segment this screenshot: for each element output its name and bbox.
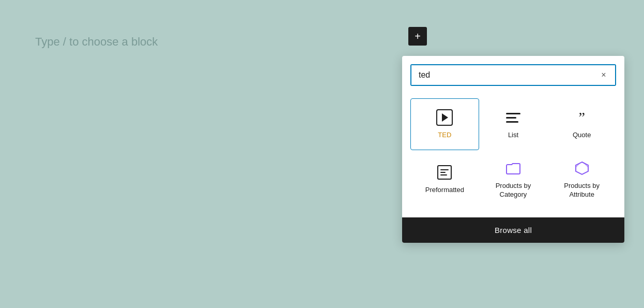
preformatted-icon (436, 164, 453, 181)
svg-rect-2 (506, 121, 518, 123)
search-area: × (402, 56, 624, 94)
search-input[interactable] (411, 65, 615, 85)
add-block-button[interactable]: + (408, 27, 427, 46)
clear-search-button[interactable]: × (597, 69, 610, 81)
block-item-list[interactable]: List (479, 98, 548, 150)
block-item-preformatted-label: Preformatted (425, 186, 464, 195)
block-item-list-label: List (508, 131, 518, 140)
block-item-products-by-attribute-label: Products by Attribute (552, 182, 611, 199)
block-item-quote[interactable]: ” Quote (547, 98, 616, 150)
block-picker-popup: × TED List (402, 56, 624, 243)
block-item-products-by-category-label: Products by Category (484, 182, 543, 199)
svg-rect-1 (506, 117, 516, 119)
block-item-preformatted[interactable]: Preformatted (410, 150, 479, 209)
svg-rect-0 (506, 113, 520, 114)
page-hint: Type / to choose a block (35, 35, 158, 49)
folder-icon (505, 160, 522, 177)
block-item-products-by-category[interactable]: Products by Category (479, 150, 548, 209)
list-icon (505, 109, 522, 126)
browse-all-button[interactable]: Browse all (402, 217, 624, 243)
quote-icon: ” (574, 109, 590, 126)
block-item-ted[interactable]: TED (410, 98, 479, 150)
block-item-quote-label: Quote (573, 131, 591, 140)
search-input-wrapper: × (410, 64, 616, 86)
block-item-ted-label: TED (438, 131, 451, 140)
ted-icon (436, 109, 453, 126)
tag-icon (574, 160, 590, 177)
items-grid: TED List ” Quote (402, 94, 624, 217)
block-item-products-by-attribute[interactable]: Products by Attribute (547, 150, 616, 209)
